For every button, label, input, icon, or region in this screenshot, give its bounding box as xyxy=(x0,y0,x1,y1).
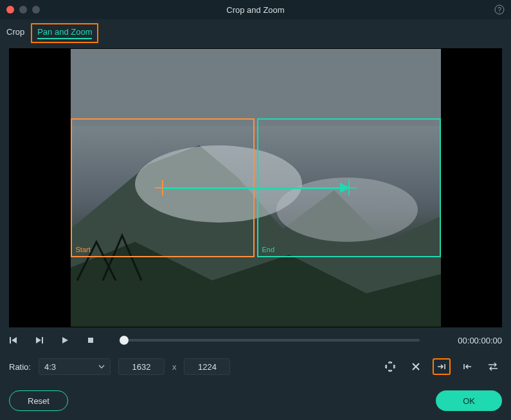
end-frame-label: End xyxy=(262,246,275,253)
window-title: Crop and Zoom xyxy=(0,5,511,15)
ratio-label: Ratio: xyxy=(9,362,31,372)
fit-screen-button[interactable] xyxy=(381,358,399,375)
step-forward-button[interactable] xyxy=(35,336,44,345)
titlebar: Crop and Zoom ? xyxy=(0,0,511,19)
svg-text:?: ? xyxy=(498,6,501,14)
swap-button[interactable] xyxy=(484,358,502,375)
timecode: 00:00:00:00 xyxy=(444,336,502,345)
timeline-slider[interactable] xyxy=(120,339,420,342)
stop-button[interactable] xyxy=(86,336,95,345)
width-input[interactable]: 1632 xyxy=(118,358,165,375)
preview-stage: Start End xyxy=(9,48,502,327)
tabs: Crop Pan and Zoom xyxy=(0,19,511,43)
svg-marker-6 xyxy=(12,337,17,343)
go-to-start-button[interactable] xyxy=(458,358,476,375)
step-back-button[interactable] xyxy=(9,336,18,345)
transport-bar: 00:00:00:00 xyxy=(9,331,502,349)
close-window[interactable] xyxy=(6,6,14,14)
reset-button[interactable]: Reset xyxy=(9,390,68,411)
ratio-select[interactable]: 4:3 xyxy=(39,358,111,375)
svg-rect-2 xyxy=(71,49,441,126)
ok-button[interactable]: OK xyxy=(436,390,502,411)
ratio-row: Ratio: 4:3 1632 x 1224 xyxy=(9,358,502,375)
clear-end-button[interactable] xyxy=(407,358,425,375)
svg-rect-8 xyxy=(42,337,43,343)
window-controls xyxy=(6,6,40,14)
start-frame-label: Start xyxy=(76,246,91,253)
ratio-selected: 4:3 xyxy=(44,362,56,372)
help-icon[interactable]: ? xyxy=(494,5,505,17)
svg-rect-5 xyxy=(10,337,11,343)
play-button[interactable] xyxy=(60,336,69,345)
svg-marker-9 xyxy=(62,337,68,343)
maximize-window[interactable] xyxy=(32,6,40,14)
timeline-thumb[interactable] xyxy=(120,336,129,345)
video-preview[interactable]: Start End xyxy=(71,49,441,327)
tab-crop[interactable]: Crop xyxy=(0,23,31,43)
direction-arrow-icon xyxy=(163,187,349,189)
chevron-down-icon xyxy=(98,363,105,370)
footer: Reset OK xyxy=(9,390,502,411)
svg-rect-10 xyxy=(88,338,93,343)
svg-marker-7 xyxy=(36,337,41,343)
go-to-end-button[interactable] xyxy=(433,358,451,375)
minimize-window[interactable] xyxy=(19,6,27,14)
height-input[interactable]: 1224 xyxy=(184,358,230,375)
tab-pan-and-zoom[interactable]: Pan and Zoom xyxy=(31,23,98,43)
dimension-separator: x xyxy=(172,362,177,372)
